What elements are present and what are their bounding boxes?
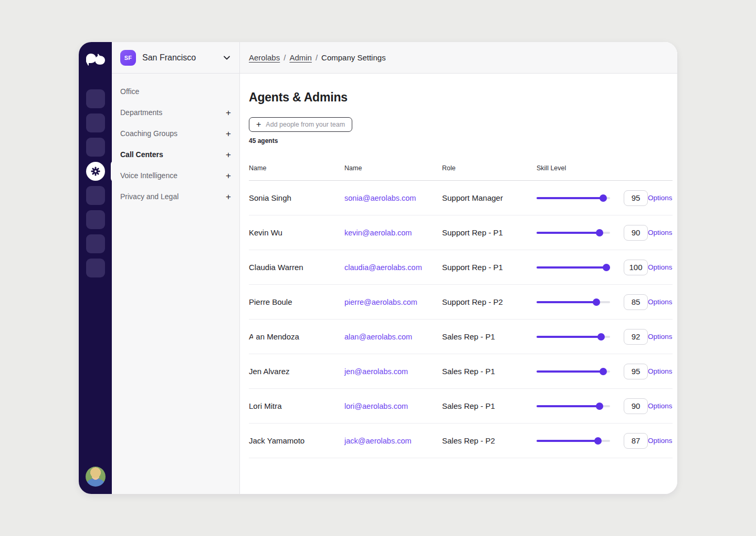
agent-email-link[interactable]: jen@aerolabs.com bbox=[344, 367, 442, 376]
agent-email-link[interactable]: sonia@aerolabs.com bbox=[344, 194, 442, 202]
skill-value-input[interactable] bbox=[624, 398, 648, 414]
agent-role: Sales Rep - P1 bbox=[442, 332, 537, 341]
agent-email-link[interactable]: claudia@aerolabs.com bbox=[344, 263, 442, 272]
slider-fill bbox=[537, 197, 606, 199]
rail-icon-placeholder-2[interactable] bbox=[86, 114, 105, 132]
expand-plus-icon[interactable]: + bbox=[226, 150, 231, 159]
skill-slider[interactable] bbox=[537, 264, 610, 271]
sidebar-item-label: Office bbox=[120, 87, 139, 96]
expand-plus-icon[interactable]: + bbox=[226, 192, 231, 201]
agent-email-link[interactable]: pierre@aerolabs.com bbox=[344, 298, 442, 306]
skill-value-input[interactable] bbox=[624, 329, 648, 345]
slider-thumb[interactable] bbox=[600, 368, 607, 375]
slider-fill bbox=[537, 336, 604, 338]
options-link[interactable]: Options bbox=[648, 298, 673, 306]
settings-icon[interactable] bbox=[86, 162, 105, 181]
skill-value-input[interactable] bbox=[624, 190, 648, 206]
agent-email-link[interactable]: alan@aerolabs.com bbox=[344, 333, 442, 341]
slider-thumb[interactable] bbox=[597, 333, 605, 341]
skill-slider[interactable] bbox=[537, 403, 610, 410]
page-title: Agents & Admins bbox=[249, 90, 673, 105]
slider-thumb[interactable] bbox=[594, 437, 602, 445]
skill-slider[interactable] bbox=[537, 368, 610, 375]
left-rail bbox=[79, 42, 112, 494]
skill-slider[interactable] bbox=[537, 298, 610, 306]
options-link[interactable]: Options bbox=[648, 263, 673, 271]
rail-icon-placeholder-5[interactable] bbox=[86, 210, 105, 229]
expand-plus-icon[interactable]: + bbox=[226, 171, 231, 180]
skill-value-input[interactable] bbox=[624, 294, 648, 310]
expand-plus-icon[interactable]: + bbox=[226, 108, 231, 117]
skill-slider[interactable] bbox=[537, 333, 610, 341]
slider-thumb[interactable] bbox=[596, 229, 603, 236]
rail-icon-placeholder-7[interactable] bbox=[86, 259, 105, 277]
sidebar-nav-list: OfficeDepartments+Coaching Groups+Call C… bbox=[112, 74, 239, 207]
sidebar-item-label: Departments bbox=[120, 108, 162, 117]
breadcrumb-link-aerolabs[interactable]: Aerolabs bbox=[249, 53, 280, 62]
breadcrumb-separator: / bbox=[316, 53, 318, 62]
agent-role: Support Rep - P1 bbox=[442, 263, 537, 272]
options-link[interactable]: Options bbox=[648, 367, 673, 375]
table-row: Jack Yamamoto jack@aerolabs.com Sales Re… bbox=[249, 424, 673, 458]
rail-icon-placeholder-4[interactable] bbox=[86, 186, 105, 205]
skill-value-input[interactable] bbox=[624, 260, 648, 275]
agent-name: Claudia Warren bbox=[249, 263, 344, 272]
table-row: Claudia Warren claudia@aerolabs.com Supp… bbox=[249, 250, 673, 285]
slider-thumb[interactable] bbox=[593, 298, 600, 306]
agent-email-link[interactable]: jack@aerolabs.com bbox=[344, 437, 442, 445]
workspace-name: San Francisco bbox=[142, 53, 196, 63]
skill-slider[interactable] bbox=[537, 194, 610, 202]
sidebar-item-office[interactable]: Office bbox=[112, 81, 239, 102]
breadcrumb: Aerolabs / Admin / Company Settings bbox=[240, 42, 677, 74]
table-row: Pierre Boule pierre@aerolabs.com Support… bbox=[249, 285, 673, 319]
sidebar-item-call-centers[interactable]: Call Centers+ bbox=[112, 144, 239, 165]
slider-thumb[interactable] bbox=[600, 194, 607, 202]
agent-email-link[interactable]: lori@aerolabs.com bbox=[344, 402, 442, 410]
slider-fill bbox=[537, 440, 601, 442]
workspace-switcher[interactable]: SF San Francisco bbox=[112, 42, 239, 74]
agent-role: Support Rep - P2 bbox=[442, 297, 537, 306]
slider-fill bbox=[537, 370, 606, 373]
dialpad-logo[interactable] bbox=[86, 51, 106, 67]
agent-name: Kevin Wu bbox=[249, 228, 344, 237]
col-header-skill: Skill Level bbox=[537, 164, 610, 172]
agent-email-link[interactable]: kevin@aerolab.com bbox=[344, 229, 442, 237]
sidebar-item-label: Call Centers bbox=[120, 150, 163, 159]
skill-value-input[interactable] bbox=[624, 225, 648, 241]
rail-icon-list bbox=[86, 89, 105, 277]
sidebar-item-coaching-groups[interactable]: Coaching Groups+ bbox=[112, 123, 239, 144]
options-link[interactable]: Options bbox=[648, 333, 673, 341]
skill-value-input[interactable] bbox=[624, 364, 648, 379]
expand-plus-icon[interactable]: + bbox=[226, 129, 231, 138]
breadcrumb-current: Company Settings bbox=[321, 53, 386, 62]
options-link[interactable]: Options bbox=[648, 402, 673, 410]
breadcrumb-link-admin[interactable]: Admin bbox=[289, 53, 312, 62]
settings-sidebar: SF San Francisco OfficeDepartments+Coach… bbox=[112, 42, 240, 494]
slider-thumb[interactable] bbox=[596, 403, 603, 410]
slider-fill bbox=[537, 405, 603, 407]
options-link[interactable]: Options bbox=[648, 229, 673, 236]
table-row: Alan Mendoza alan@aerolabs.com Sales Rep… bbox=[249, 319, 673, 354]
agent-name: Pierre Boule bbox=[249, 297, 344, 306]
options-link[interactable]: Options bbox=[648, 437, 673, 445]
slider-thumb[interactable] bbox=[603, 264, 610, 271]
col-header-name: Name bbox=[249, 164, 344, 172]
main-content: Aerolabs / Admin / Company Settings Agen… bbox=[240, 42, 677, 494]
skill-slider[interactable] bbox=[537, 229, 610, 236]
scrollbar-thumb[interactable] bbox=[253, 323, 256, 353]
sidebar-item-voice-intelligence[interactable]: Voice Intelligence+ bbox=[112, 165, 239, 186]
table-header-row: Name Name Role Skill Level bbox=[249, 164, 673, 181]
rail-icon-placeholder-3[interactable] bbox=[86, 138, 105, 157]
rail-icon-placeholder-6[interactable] bbox=[86, 234, 105, 253]
options-link[interactable]: Options bbox=[648, 194, 673, 202]
sidebar-item-label: Coaching Groups bbox=[120, 129, 177, 138]
skill-slider[interactable] bbox=[537, 437, 610, 445]
skill-value-input[interactable] bbox=[624, 433, 648, 449]
add-people-button[interactable]: + Add people from your team bbox=[249, 117, 352, 132]
sidebar-item-privacy-and-legal[interactable]: Privacy and Legal+ bbox=[112, 186, 239, 207]
sidebar-item-departments[interactable]: Departments+ bbox=[112, 102, 239, 123]
rail-icon-placeholder-1[interactable] bbox=[86, 89, 105, 108]
user-avatar[interactable] bbox=[86, 467, 106, 487]
sidebar-item-label: Voice Intelligence bbox=[120, 171, 177, 180]
table-row: Sonia Singh sonia@aerolabs.com Support M… bbox=[249, 181, 673, 215]
